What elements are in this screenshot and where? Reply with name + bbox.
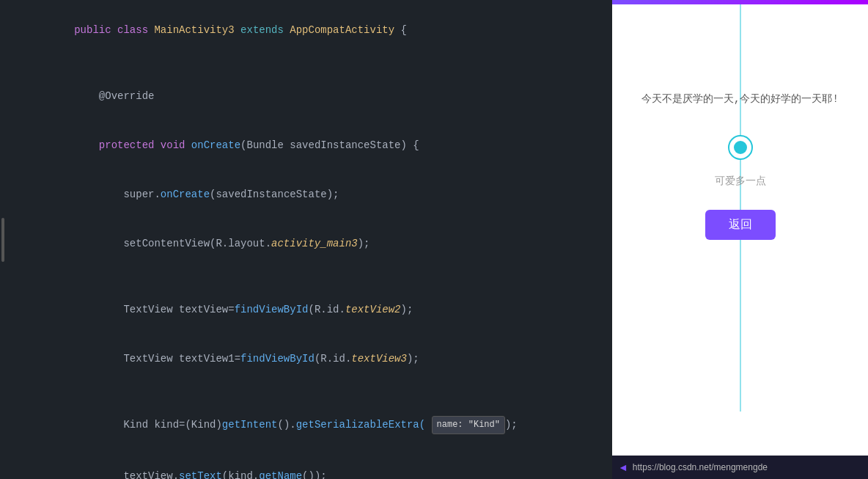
back-icon: ◄: [618, 461, 628, 473]
tooltip: name: "Kind": [432, 416, 505, 434]
code-line: [0, 55, 612, 71]
code-line: [0, 268, 612, 285]
code-editor: public class MainActivity3 extends AppCo…: [0, 0, 612, 479]
code-line: @Override: [0, 72, 612, 121]
preview-bottom-bar: ◄ https://blog.csdn.net/mengmengde: [612, 456, 868, 479]
toggle-container: [728, 135, 753, 160]
code-lines: public class MainActivity3 extends AppCo…: [0, 0, 612, 479]
url-text: https://blog.csdn.net/mengmengde: [633, 462, 768, 472]
preview-content: 今天不是厌学的一天,今天的好学的一天耶! 可爱多一点 返回: [612, 4, 868, 456]
preview-top-text: 今天不是厌学的一天,今天的好学的一天耶!: [641, 92, 839, 106]
preview-panel: 今天不是厌学的一天,今天的好学的一天耶! 可爱多一点 返回 ◄ https://…: [612, 0, 868, 479]
code-line: TextView textView1=findViewById(R.id.tex…: [0, 334, 612, 384]
toggle-inner: [734, 141, 747, 154]
code-line: TextView textView=findViewById(R.id.text…: [0, 285, 612, 334]
code-line: [0, 384, 612, 400]
preview-bottom-text: 可爱多一点: [715, 175, 766, 188]
code-line: setContentView(R.layout.activity_main3);: [0, 219, 612, 268]
code-line: textView.setText(kind.getName());: [0, 451, 612, 479]
toggle-circle: [728, 135, 753, 160]
code-line: public class MainActivity3 extends AppCo…: [0, 6, 612, 55]
code-line: Kind kind=(Kind)getIntent().getSerializa…: [0, 400, 612, 451]
code-line: super.onCreate(savedInstanceState);: [0, 170, 612, 219]
vertical-divider: [740, 4, 740, 412]
return-button[interactable]: 返回: [705, 210, 776, 240]
code-line: protected void onCreate(Bundle savedInst…: [0, 121, 612, 170]
